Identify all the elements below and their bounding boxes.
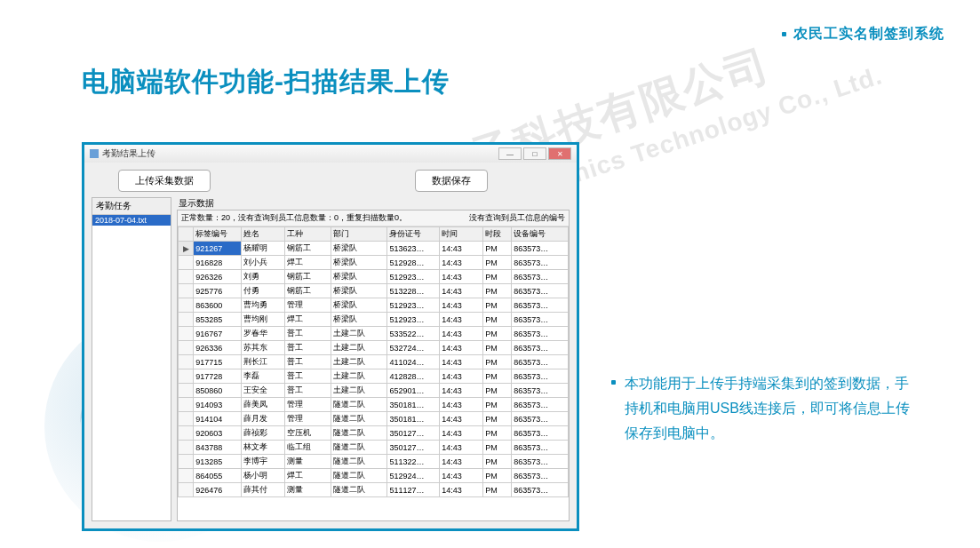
cell-dept: 桥梁队 xyxy=(331,242,387,256)
table-row[interactable]: 920603薛祯彩空压机隧道二队350127…14:43PM863573… xyxy=(179,426,569,441)
cell-id: 914104 xyxy=(194,412,242,426)
system-label-block: 农民工实名制签到系统 xyxy=(782,25,944,44)
cell-id: 920603 xyxy=(194,426,242,441)
cell-time: 14:43 xyxy=(440,298,483,313)
table-row[interactable]: 926336苏其东普工土建二队532724…14:43PM863573… xyxy=(179,341,569,355)
cell-trade: 普工 xyxy=(285,384,331,398)
table-row[interactable]: 853285曹均刚焊工桥梁队512923…14:43PM863573… xyxy=(179,313,569,327)
cell-time: 14:43 xyxy=(440,355,483,369)
cell-time: 14:43 xyxy=(440,242,483,256)
cell-dev: 863573… xyxy=(512,441,569,455)
description-block: 本功能用于上传手持端采集到的签到数据，手持机和电脑用USB线连接后，即可将信息上… xyxy=(611,371,913,446)
cell-time: 14:43 xyxy=(440,284,483,298)
table-row[interactable]: 917728李磊普工土建二队412828…14:43PM863573… xyxy=(179,369,569,384)
save-button[interactable]: 数据保存 xyxy=(415,170,488,192)
cell-idno: 350127… xyxy=(387,426,440,441)
row-marker xyxy=(179,284,194,298)
row-marker xyxy=(179,341,194,355)
minimize-button[interactable]: — xyxy=(498,147,522,160)
cell-dev: 863573… xyxy=(512,298,569,313)
data-grid[interactable]: 标签编号姓名工种部门身份证号时间时段设备编号 ▶921267杨耀明钢筋工桥梁队5… xyxy=(178,226,569,520)
cell-time: 14:43 xyxy=(440,412,483,426)
table-row[interactable]: 926326刘勇钢筋工桥梁队512923…14:43PM863573… xyxy=(179,270,569,284)
cell-trade: 空压机 xyxy=(285,426,331,441)
cell-idno: 350127… xyxy=(387,441,440,455)
column-header[interactable]: 时段 xyxy=(483,227,512,242)
cell-idno: 512924… xyxy=(387,469,440,483)
cell-name: 荆长江 xyxy=(242,355,285,369)
column-header[interactable]: 身份证号 xyxy=(387,227,440,242)
cell-name: 李博宇 xyxy=(242,455,285,469)
table-row[interactable]: 925776付勇钢筋工桥梁队513228…14:43PM863573… xyxy=(179,284,569,298)
cell-name: 罗春华 xyxy=(242,327,285,341)
summary-right: 没有查询到员工信息的编号 xyxy=(469,212,565,224)
table-row[interactable]: 916828刘小兵焊工桥梁队512928…14:43PM863573… xyxy=(179,256,569,270)
cell-seg: PM xyxy=(483,469,512,483)
cell-time: 14:43 xyxy=(440,398,483,412)
cell-seg: PM xyxy=(483,426,512,441)
task-file-item[interactable]: 2018-07-04.txt xyxy=(92,215,171,226)
cell-id: 916767 xyxy=(194,327,242,341)
cell-dev: 863573… xyxy=(512,384,569,398)
cell-dev: 863573… xyxy=(512,341,569,355)
column-header[interactable]: 设备编号 xyxy=(512,227,569,242)
cell-trade: 管理 xyxy=(285,298,331,313)
table-row[interactable]: 864055杨小明焊工隧道二队512924…14:43PM863573… xyxy=(179,469,569,483)
row-marker xyxy=(179,483,194,497)
table-row[interactable]: 850860王安全普工土建二队652901…14:43PM863573… xyxy=(179,384,569,398)
table-row[interactable]: 926476薛其付测量隧道二队511127…14:43PM863573… xyxy=(179,483,569,497)
cell-trade: 管理 xyxy=(285,412,331,426)
cell-dev: 863573… xyxy=(512,426,569,441)
cell-idno: 512923… xyxy=(387,298,440,313)
cell-id: 925776 xyxy=(194,284,242,298)
row-marker xyxy=(179,270,194,284)
table-row[interactable]: 914104薛月发管理隧道二队350181…14:43PM863573… xyxy=(179,412,569,426)
column-header[interactable]: 姓名 xyxy=(242,227,285,242)
row-marker-header xyxy=(179,227,194,242)
table-row[interactable]: 843788林文孝临工组隧道二队350127…14:43PM863573… xyxy=(179,441,569,455)
cell-name: 曹均勇 xyxy=(242,298,285,313)
data-panel: 正常数量：20，没有查询到员工信息数量：0，重复扫描数量0。 没有查询到员工信息… xyxy=(177,210,570,521)
cell-dev: 863573… xyxy=(512,398,569,412)
cell-trade: 普工 xyxy=(285,327,331,341)
cell-dept: 隧道二队 xyxy=(331,412,387,426)
task-panel-header: 考勤任务 xyxy=(92,198,171,215)
cell-dept: 桥梁队 xyxy=(331,256,387,270)
cell-trade: 钢筋工 xyxy=(285,284,331,298)
cell-id: 850860 xyxy=(194,384,242,398)
cell-id: 843788 xyxy=(194,441,242,455)
cell-time: 14:43 xyxy=(440,455,483,469)
table-row[interactable]: ▶921267杨耀明钢筋工桥梁队513623…14:43PM863573… xyxy=(179,242,569,256)
cell-id: 863600 xyxy=(194,298,242,313)
cell-name: 薛美凤 xyxy=(242,398,285,412)
cell-seg: PM xyxy=(483,398,512,412)
table-row[interactable]: 917715荆长江普工土建二队411024…14:43PM863573… xyxy=(179,355,569,369)
close-button[interactable]: ✕ xyxy=(548,147,571,160)
cell-seg: PM xyxy=(483,384,512,398)
window-title-text: 考勤结果上传 xyxy=(102,147,155,160)
column-header[interactable]: 时间 xyxy=(440,227,483,242)
window-titlebar: 考勤结果上传 — □ ✕ xyxy=(84,145,577,163)
maximize-button[interactable]: □ xyxy=(523,147,546,160)
table-row[interactable]: 863600曹均勇管理桥梁队512923…14:43PM863573… xyxy=(179,298,569,313)
table-row[interactable]: 913285李博宇测量隧道二队511322…14:43PM863573… xyxy=(179,455,569,469)
cell-dept: 隧道二队 xyxy=(331,455,387,469)
cell-seg: PM xyxy=(483,327,512,341)
column-header[interactable]: 工种 xyxy=(285,227,331,242)
upload-button[interactable]: 上传采集数据 xyxy=(118,170,211,192)
cell-name: 薛祯彩 xyxy=(242,426,285,441)
cell-name: 林文孝 xyxy=(242,441,285,455)
cell-seg: PM xyxy=(483,412,512,426)
window-icon xyxy=(90,149,99,158)
cell-seg: PM xyxy=(483,355,512,369)
cell-id: 914093 xyxy=(194,398,242,412)
summary-left: 正常数量：20，没有查询到员工信息数量：0，重复扫描数量0。 xyxy=(181,212,407,224)
cell-name: 李磊 xyxy=(242,369,285,384)
cell-dept: 土建二队 xyxy=(331,341,387,355)
table-row[interactable]: 914093薛美凤管理隧道二队350181…14:43PM863573… xyxy=(179,398,569,412)
table-row[interactable]: 916767罗春华普工土建二队533522…14:43PM863573… xyxy=(179,327,569,341)
cell-dev: 863573… xyxy=(512,256,569,270)
column-header[interactable]: 标签编号 xyxy=(194,227,242,242)
system-label: 农民工实名制签到系统 xyxy=(793,25,944,44)
column-header[interactable]: 部门 xyxy=(331,227,387,242)
